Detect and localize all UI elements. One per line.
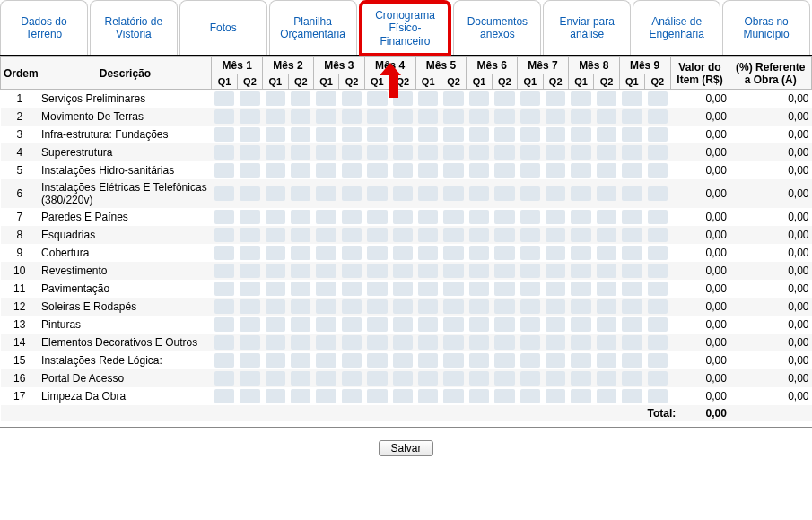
cell-quinzena[interactable] — [212, 316, 237, 334]
quinzena-input[interactable] — [648, 163, 668, 178]
quinzena-input[interactable] — [291, 186, 310, 201]
quinzena-input[interactable] — [291, 371, 310, 386]
tab-cronograma-fisico-financeiro[interactable]: Cronograma Físico-Financeiro — [359, 0, 452, 56]
cell-quinzena[interactable] — [237, 143, 262, 161]
cell-quinzena[interactable] — [568, 334, 593, 351]
quinzena-input[interactable] — [469, 145, 489, 160]
quinzena-input[interactable] — [494, 282, 514, 296]
quinzena-input[interactable] — [214, 282, 234, 296]
cell-quinzena[interactable] — [263, 226, 288, 244]
cell-quinzena[interactable] — [263, 126, 288, 143]
cell-quinzena[interactable] — [339, 351, 364, 369]
cell-quinzena[interactable] — [543, 351, 568, 369]
quinzena-input[interactable] — [546, 91, 565, 106]
cell-quinzena[interactable] — [237, 226, 262, 244]
cell-quinzena[interactable] — [390, 143, 415, 161]
cell-quinzena[interactable] — [390, 280, 415, 298]
quinzena-input[interactable] — [214, 145, 234, 160]
cell-quinzena[interactable] — [518, 298, 543, 316]
cell-quinzena[interactable] — [263, 108, 288, 126]
quinzena-input[interactable] — [520, 109, 540, 124]
cell-quinzena[interactable] — [441, 208, 466, 226]
cell-quinzena[interactable] — [364, 351, 389, 369]
quinzena-input[interactable] — [597, 127, 616, 142]
quinzena-input[interactable] — [622, 371, 642, 386]
quinzena-input[interactable] — [291, 389, 310, 403]
cell-quinzena[interactable] — [518, 351, 543, 369]
quinzena-input[interactable] — [469, 264, 489, 278]
quinzena-input[interactable] — [546, 163, 565, 178]
cell-quinzena[interactable] — [467, 244, 492, 262]
cell-quinzena[interactable] — [518, 244, 543, 262]
quinzena-input[interactable] — [418, 353, 438, 368]
quinzena-input[interactable] — [469, 109, 489, 124]
cell-quinzena[interactable] — [645, 387, 670, 405]
cell-quinzena[interactable] — [415, 90, 441, 108]
quinzena-input[interactable] — [648, 186, 668, 201]
quinzena-input[interactable] — [597, 228, 616, 242]
quinzena-input[interactable] — [240, 264, 259, 278]
quinzena-input[interactable] — [418, 246, 438, 260]
quinzena-input[interactable] — [494, 109, 514, 124]
quinzena-input[interactable] — [597, 264, 616, 278]
quinzena-input[interactable] — [214, 109, 234, 124]
quinzena-input[interactable] — [393, 335, 413, 350]
quinzena-input[interactable] — [367, 299, 387, 314]
cell-quinzena[interactable] — [237, 387, 262, 405]
cell-quinzena[interactable] — [415, 161, 441, 179]
quinzena-input[interactable] — [367, 127, 387, 142]
quinzena-input[interactable] — [494, 163, 514, 178]
cell-quinzena[interactable] — [212, 334, 237, 351]
quinzena-input[interactable] — [214, 317, 234, 332]
quinzena-input[interactable] — [393, 163, 413, 178]
quinzena-input[interactable] — [597, 91, 616, 106]
cell-quinzena[interactable] — [441, 143, 466, 161]
cell-quinzena[interactable] — [415, 208, 441, 226]
quinzena-input[interactable] — [597, 145, 616, 160]
quinzena-input[interactable] — [240, 371, 259, 386]
quinzena-input[interactable] — [571, 91, 590, 106]
quinzena-input[interactable] — [393, 91, 413, 106]
cell-quinzena[interactable] — [313, 126, 338, 143]
quinzena-input[interactable] — [266, 389, 285, 403]
cell-quinzena[interactable] — [390, 244, 415, 262]
quinzena-input[interactable] — [648, 145, 668, 160]
quinzena-input[interactable] — [571, 163, 590, 178]
cell-quinzena[interactable] — [568, 387, 593, 405]
quinzena-input[interactable] — [393, 109, 413, 124]
quinzena-input[interactable] — [520, 186, 540, 201]
quinzena-input[interactable] — [214, 246, 234, 260]
cell-quinzena[interactable] — [594, 298, 619, 316]
quinzena-input[interactable] — [597, 335, 616, 350]
quinzena-input[interactable] — [546, 353, 565, 368]
quinzena-input[interactable] — [443, 335, 463, 350]
cell-quinzena[interactable] — [390, 161, 415, 179]
quinzena-input[interactable] — [571, 109, 590, 124]
quinzena-input[interactable] — [443, 299, 463, 314]
cell-quinzena[interactable] — [364, 369, 389, 387]
cell-quinzena[interactable] — [415, 351, 441, 369]
quinzena-input[interactable] — [214, 389, 234, 403]
cell-quinzena[interactable] — [467, 226, 492, 244]
quinzena-input[interactable] — [597, 371, 616, 386]
cell-quinzena[interactable] — [467, 387, 492, 405]
quinzena-input[interactable] — [648, 299, 668, 314]
quinzena-input[interactable] — [494, 127, 514, 142]
quinzena-input[interactable] — [291, 335, 310, 350]
quinzena-input[interactable] — [648, 127, 668, 142]
quinzena-input[interactable] — [520, 264, 540, 278]
cell-quinzena[interactable] — [568, 351, 593, 369]
cell-quinzena[interactable] — [415, 280, 441, 298]
quinzena-input[interactable] — [240, 109, 259, 124]
cell-quinzena[interactable] — [415, 262, 441, 280]
quinzena-input[interactable] — [367, 246, 387, 260]
cell-quinzena[interactable] — [212, 262, 237, 280]
cell-quinzena[interactable] — [645, 226, 670, 244]
quinzena-input[interactable] — [367, 186, 387, 201]
cell-quinzena[interactable] — [619, 161, 644, 179]
cell-quinzena[interactable] — [339, 244, 364, 262]
quinzena-input[interactable] — [546, 371, 565, 386]
cell-quinzena[interactable] — [390, 226, 415, 244]
quinzena-input[interactable] — [240, 127, 259, 142]
cell-quinzena[interactable] — [441, 262, 466, 280]
